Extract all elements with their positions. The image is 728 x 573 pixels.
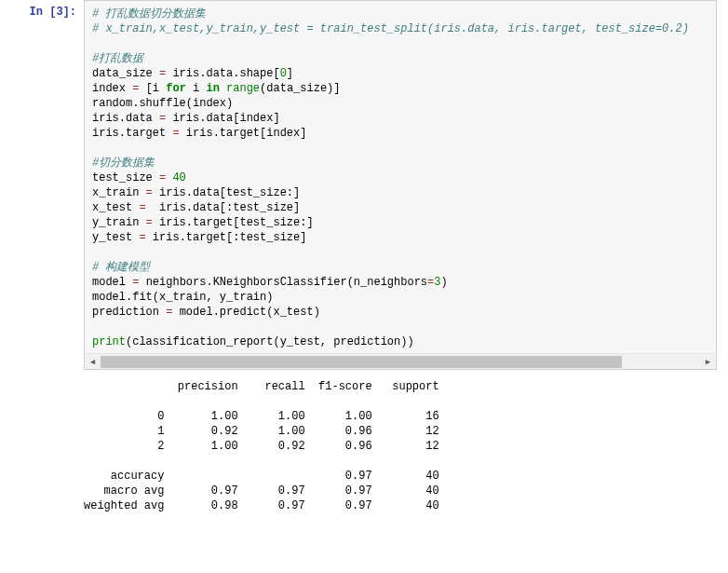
code-text: ] <box>287 67 293 80</box>
code-text: iris.target <box>92 127 172 140</box>
code-comment: #打乱数据 <box>92 52 143 65</box>
code-op: = <box>132 276 145 289</box>
code-cell[interactable]: # 打乱数据切分数据集 # x_train,x_test,y_train,y_t… <box>84 0 717 370</box>
code-text: prediction <box>92 306 166 319</box>
code-text: iris.data <box>92 112 159 125</box>
code-text: [i <box>146 82 167 95</box>
code-op: = <box>146 216 159 229</box>
code-text: y_test <box>92 231 139 244</box>
code-keyword: in <box>206 82 219 95</box>
code-text: y_train <box>92 216 146 229</box>
code-text: iris.data.shape[ <box>172 67 279 80</box>
code-comment: #切分数据集 <box>92 157 155 170</box>
code-text: iris.data[:test_size] <box>153 201 300 214</box>
output-row: weighted avg 0.98 0.97 0.97 40 <box>84 499 439 512</box>
scrollbar-arrow-right-icon[interactable]: ▶ <box>700 354 716 370</box>
code-op: = <box>159 112 172 125</box>
code-op: = <box>139 231 152 244</box>
output-area: precision recall f1-score support 0 1.00… <box>0 370 728 513</box>
code-text: (data_size)] <box>260 82 340 95</box>
scrollbar-thumb[interactable] <box>101 356 622 368</box>
prompt-count: [3]: <box>49 6 76 19</box>
prompt-label: In <box>30 6 43 19</box>
code-comment: # 构建模型 <box>92 261 150 274</box>
output-row: 2 1.00 0.92 0.96 12 <box>84 440 439 453</box>
horizontal-scrollbar[interactable]: ◀ ▶ <box>85 353 716 369</box>
code-op: = <box>146 186 159 199</box>
code-text: iris.target[test_size:] <box>159 216 314 229</box>
code-text: index <box>92 82 132 95</box>
code-builtin: print <box>92 335 126 348</box>
code-text: random.shuffle(index) <box>92 97 233 110</box>
scrollbar-arrow-left-icon[interactable]: ◀ <box>85 354 101 370</box>
code-text: model.predict(x_test) <box>180 306 320 319</box>
code-content[interactable]: # 打乱数据切分数据集 # x_train,x_test,y_train,y_t… <box>92 7 708 349</box>
code-text: neighbors.KNeighborsClassifier(n_neighbo… <box>146 276 427 289</box>
code-text: iris.target[index] <box>186 127 307 140</box>
code-text: ) <box>440 276 447 289</box>
output-text: precision recall f1-score support 0 1.00… <box>84 379 717 513</box>
output-row: 1 0.92 1.00 0.96 12 <box>84 425 439 438</box>
code-text: data_size <box>92 67 159 80</box>
code-op: = <box>139 201 152 214</box>
output-row: macro avg 0.97 0.97 0.97 40 <box>84 484 439 498</box>
input-prompt: In [3]: <box>0 0 84 370</box>
code-op: = <box>172 127 185 140</box>
code-text: i <box>186 82 207 95</box>
output-row: accuracy 0.97 40 <box>84 470 439 483</box>
code-op: = <box>159 171 172 184</box>
code-comment: # 打乱数据切分数据集 <box>92 7 206 20</box>
code-op: = <box>132 82 145 95</box>
code-text: iris.target[:test_size] <box>153 231 307 244</box>
code-text <box>220 82 226 95</box>
code-number: 0 <box>280 67 287 80</box>
output-row: 0 1.00 1.00 1.00 16 <box>84 410 439 423</box>
code-text: x_test <box>92 201 139 214</box>
notebook-cell: In [3]: # 打乱数据切分数据集 # x_train,x_test,y_t… <box>0 0 728 370</box>
code-text: test_size <box>92 171 159 184</box>
code-op: = <box>166 306 179 319</box>
code-text: model <box>92 276 132 289</box>
code-text: model.fit(x_train, y_train) <box>92 291 273 304</box>
code-text: x_train <box>92 186 146 199</box>
code-op: = <box>159 67 172 80</box>
code-builtin: range <box>226 82 260 95</box>
code-text: (classification_report(y_test, predictio… <box>126 335 414 348</box>
code-number: 40 <box>172 171 185 184</box>
code-comment: # x_train,x_test,y_train,y_test = train_… <box>92 22 689 35</box>
output-header: precision recall f1-score support <box>84 380 439 393</box>
code-text: iris.data[test_size:] <box>159 186 300 199</box>
code-text: iris.data[index] <box>172 112 279 125</box>
code-keyword: for <box>166 82 186 95</box>
